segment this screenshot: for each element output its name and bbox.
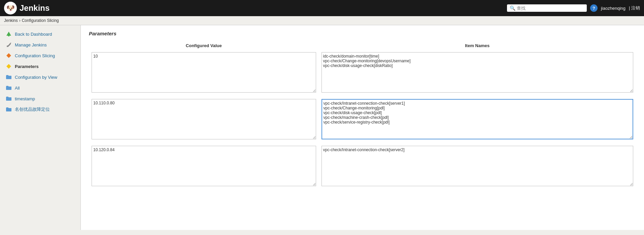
username-label: jiaozhenqing	[601, 6, 625, 11]
header-right: 🔍 ? jiaozhenqing | 注销	[507, 4, 640, 12]
sidebar-item-label: 名创优品故障定位	[15, 106, 50, 112]
configured-value-textarea[interactable]	[92, 146, 316, 186]
item-names-cell	[319, 51, 636, 95]
breadcrumb-root[interactable]: Jenkins	[4, 18, 18, 23]
sidebar-item-mingchao[interactable]: 名创优品故障定位	[0, 104, 80, 115]
col-item-names: Item Names	[319, 42, 636, 51]
spacer-row	[89, 95, 636, 98]
svg-rect-1	[8, 34, 9, 36]
diamond-yellow-icon	[5, 63, 12, 70]
page-title: Parameters	[89, 31, 636, 36]
configured-value-cell	[89, 144, 319, 189]
sidebar-item-label: Configuration by View	[15, 75, 57, 80]
sidebar: Back to Dashboard Manage Jenkins Configu…	[0, 25, 81, 230]
app-title: Jenkins	[20, 3, 49, 13]
configured-value-cell	[89, 98, 319, 142]
configured-value-textarea[interactable]	[92, 52, 316, 93]
sidebar-item-back-to-dashboard[interactable]: Back to Dashboard	[0, 29, 80, 39]
svg-marker-3	[6, 53, 11, 58]
breadcrumb: Jenkins › Configuration Slicing	[0, 16, 644, 25]
folder-icon	[5, 106, 12, 113]
sidebar-item-label: Manage Jenkins	[15, 42, 47, 47]
arrow-up-icon	[5, 31, 12, 37]
sidebar-item-configuration-by-view[interactable]: Configuration by View	[0, 72, 80, 82]
breadcrumb-current: Configuration Slicing	[22, 18, 59, 23]
search-input[interactable]	[517, 6, 584, 11]
table-row	[89, 51, 636, 95]
params-table: Configured Value Item Names	[89, 42, 636, 189]
item-names-textarea[interactable]	[321, 146, 634, 186]
folder-icon	[5, 95, 12, 102]
item-names-cell	[319, 98, 636, 142]
table-row	[89, 144, 636, 189]
svg-marker-4	[6, 64, 11, 69]
sidebar-item-label: Back to Dashboard	[15, 32, 52, 37]
search-box[interactable]: 🔍	[507, 4, 587, 12]
jenkins-logo: 🐶	[4, 2, 17, 14]
header-logo-area: 🐶 Jenkins	[4, 2, 507, 14]
folder-icon	[5, 85, 12, 91]
diamond-orange-icon	[5, 52, 12, 59]
table-row	[89, 98, 636, 142]
folder-icon	[5, 74, 12, 80]
search-icon: 🔍	[510, 5, 515, 11]
sidebar-item-configuration-slicing[interactable]: Configuration Slicing	[0, 50, 80, 61]
logout-link[interactable]: | 注销	[629, 5, 640, 11]
wrench-icon	[5, 41, 12, 48]
sidebar-item-label: Configuration Slicing	[15, 53, 55, 58]
sidebar-item-label: Parameters	[15, 64, 39, 69]
item-names-cell	[319, 144, 636, 189]
help-button[interactable]: ?	[590, 4, 598, 12]
sidebar-item-manage-jenkins[interactable]: Manage Jenkins	[0, 39, 80, 50]
sidebar-item-label: All	[15, 86, 20, 91]
breadcrumb-sep: ›	[19, 18, 21, 23]
sidebar-item-timestamp[interactable]: timestamp	[0, 93, 80, 104]
sidebar-item-all[interactable]: All	[0, 82, 80, 93]
configured-value-textarea[interactable]	[92, 99, 316, 139]
svg-point-2	[7, 45, 8, 47]
main-content: Parameters Configured Value Item Names	[81, 25, 644, 230]
sidebar-item-label: timestamp	[15, 96, 35, 101]
configured-value-cell	[89, 51, 319, 95]
col-configured-value: Configured Value	[89, 42, 319, 51]
spacer-row	[89, 142, 636, 144]
item-names-textarea[interactable]	[321, 52, 634, 93]
item-names-textarea[interactable]	[321, 99, 634, 139]
sidebar-item-parameters[interactable]: Parameters	[0, 61, 80, 72]
